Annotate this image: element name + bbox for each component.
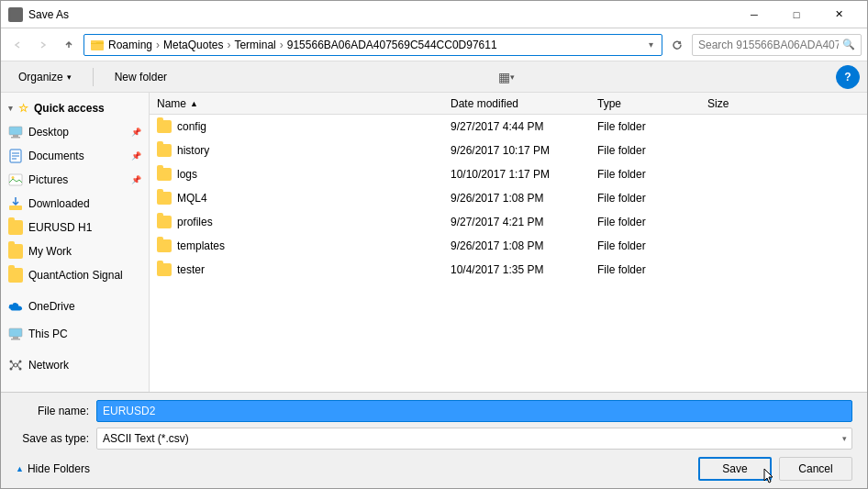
col-date-header[interactable]: Date modified	[443, 97, 590, 110]
downloaded-icon	[8, 196, 23, 211]
pin-icon-docs: 📌	[131, 151, 141, 161]
table-row[interactable]: history 9/26/2017 10:17 PM File folder	[150, 139, 867, 162]
file-list: Name ▲ Date modified Type Size config 9/…	[150, 93, 867, 392]
filename-row: File name:	[16, 400, 852, 422]
path-hash: 915566BA06ADA407569C544CC0D97611	[287, 39, 497, 51]
new-folder-button[interactable]: New folder	[105, 65, 177, 89]
col-type-header[interactable]: Type	[590, 97, 700, 110]
file-name: templates	[177, 239, 225, 252]
savetype-select-wrapper: ASCII Text (*.csv) ▾	[96, 428, 852, 450]
quantaction-label: QuantAction Signal	[28, 269, 123, 282]
forward-button[interactable]	[32, 34, 54, 56]
folder-icon	[157, 216, 172, 228]
file-date: 10/10/2017 1:17 PM	[443, 168, 590, 181]
sidebar-item-quantaction[interactable]: QuantAction Signal	[1, 263, 149, 287]
search-input[interactable]	[698, 39, 839, 51]
path-terminal: Terminal	[234, 39, 275, 51]
col-size-header[interactable]: Size	[700, 97, 773, 110]
col-name-header[interactable]: Name ▲	[150, 97, 443, 110]
sidebar-item-documents[interactable]: Documents 📌	[1, 144, 149, 168]
svg-line-23	[12, 365, 14, 368]
cancel-button[interactable]: Cancel	[779, 457, 852, 481]
desktop-icon	[8, 125, 23, 139]
thispc-label: This PC	[28, 328, 68, 340]
organize-button[interactable]: Organize ▾	[8, 65, 82, 89]
table-row[interactable]: MQL4 9/26/2017 1:08 PM File folder	[150, 186, 867, 210]
window-icon	[8, 7, 23, 22]
sidebar-item-mywork[interactable]: My Work	[1, 239, 149, 263]
quick-access-arrow: ▾	[8, 104, 13, 113]
network-icon	[8, 358, 23, 372]
folder-icon	[157, 168, 172, 181]
quick-access-icon: ☆	[18, 102, 28, 115]
view-button[interactable]: ▦ ▾	[494, 65, 519, 89]
folder-icon	[157, 120, 172, 133]
sidebar-item-pictures[interactable]: Pictures 📌	[1, 168, 149, 192]
quick-access-header[interactable]: ▾ ☆ Quick access	[1, 96, 149, 120]
file-rows-container: config 9/27/2017 4:44 PM File folder his…	[150, 115, 867, 282]
address-path[interactable]: Roaming › MetaQuotes › Terminal › 915566…	[83, 34, 662, 56]
thispc-icon	[8, 327, 23, 341]
save-button[interactable]: Save	[698, 457, 772, 481]
hide-folders-label: Hide Folders	[28, 462, 90, 475]
filename-input[interactable]	[96, 400, 852, 422]
path-dropdown-icon[interactable]: ▾	[646, 39, 656, 50]
documents-icon	[8, 149, 23, 163]
file-name: config	[177, 120, 206, 133]
main-content: ▾ ☆ Quick access Desktop 📌 Documents 📌	[1, 93, 867, 392]
file-date: 9/27/2017 4:21 PM	[443, 216, 590, 228]
toolbar-separator	[93, 68, 94, 86]
hide-folders-button[interactable]: ▲ Hide Folders	[16, 462, 90, 475]
help-button[interactable]: ?	[836, 65, 860, 89]
sidebar-item-thispc[interactable]: This PC	[1, 322, 149, 346]
minimize-button[interactable]: ─	[733, 1, 775, 28]
eurusd-folder-icon	[8, 220, 23, 235]
window-controls: ─ □ ✕	[733, 1, 860, 28]
file-name: MQL4	[177, 192, 207, 205]
sidebar-item-downloaded[interactable]: Downloaded	[1, 192, 149, 216]
savetype-row: Save as type: ASCII Text (*.csv) ▾	[16, 428, 852, 450]
table-row[interactable]: config 9/27/2017 4:44 PM File folder	[150, 115, 867, 139]
table-row[interactable]: profiles 9/27/2017 4:21 PM File folder	[150, 210, 867, 234]
table-row[interactable]: logs 10/10/2017 1:17 PM File folder	[150, 162, 867, 186]
search-box[interactable]: 🔍	[692, 34, 862, 56]
file-date: 10/4/2017 1:35 PM	[443, 263, 590, 276]
sidebar-item-eurusd[interactable]: EURUSD H1	[1, 216, 149, 239]
pictures-icon	[8, 172, 23, 187]
file-type: File folder	[590, 168, 700, 181]
toolbar: Organize ▾ New folder ▦ ▾ ?	[1, 61, 867, 93]
sort-arrow: ▲	[190, 99, 198, 108]
desktop-label: Desktop	[28, 126, 69, 139]
svg-rect-15	[11, 339, 20, 340]
file-date: 9/26/2017 1:08 PM	[443, 239, 590, 252]
file-name: tester	[177, 263, 205, 276]
maximize-button[interactable]: □	[775, 1, 818, 28]
file-date: 9/26/2017 1:08 PM	[443, 192, 590, 205]
pin-icon: 📌	[131, 128, 141, 137]
file-date: 9/26/2017 10:17 PM	[443, 144, 590, 157]
svg-rect-12	[9, 206, 22, 210]
file-type: File folder	[590, 192, 700, 205]
savetype-select[interactable]: ASCII Text (*.csv)	[96, 428, 852, 450]
close-button[interactable]: ✕	[818, 1, 860, 28]
folder-icon	[157, 192, 172, 205]
mywork-label: My Work	[28, 245, 72, 258]
filename-label: File name:	[16, 405, 89, 417]
path-metaquotes: MetaQuotes	[163, 39, 223, 51]
sidebar: ▾ ☆ Quick access Desktop 📌 Documents 📌	[1, 93, 150, 392]
back-button[interactable]	[6, 34, 28, 56]
svg-line-22	[17, 362, 19, 365]
save-as-dialog: Save As ─ □ ✕ Roaming › MetaQuotes › Ter…	[0, 0, 868, 489]
file-date: 9/27/2017 4:44 PM	[443, 120, 590, 133]
table-row[interactable]: tester 10/4/2017 1:35 PM File folder	[150, 258, 867, 282]
downloaded-label: Downloaded	[28, 197, 90, 210]
sidebar-item-onedrive[interactable]: OneDrive	[1, 295, 149, 318]
table-row[interactable]: templates 9/26/2017 1:08 PM File folder	[150, 234, 867, 258]
sidebar-item-network[interactable]: Network	[1, 353, 149, 377]
refresh-button[interactable]	[666, 34, 688, 56]
pictures-label: Pictures	[28, 173, 68, 186]
folder-icon	[157, 263, 172, 276]
up-button[interactable]	[58, 34, 80, 56]
sidebar-item-desktop[interactable]: Desktop 📌	[1, 120, 149, 144]
path-roaming: Roaming	[108, 39, 152, 51]
